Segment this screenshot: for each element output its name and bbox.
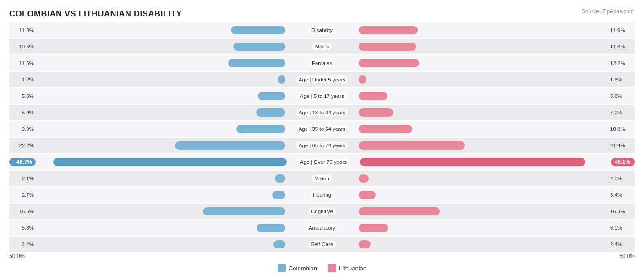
- axis-row: 50.0% 50.0%: [9, 253, 635, 261]
- legend-item-colombian: Colombian: [278, 264, 317, 272]
- bar-label: Disability: [309, 27, 335, 34]
- colombian-label: Colombian: [289, 265, 317, 272]
- right-value: 2.4%: [607, 242, 635, 247]
- right-bar: [359, 26, 418, 34]
- center-label-wrap: Ambulatory: [285, 224, 359, 232]
- left-bar-wrap: [37, 55, 285, 71]
- right-bar-wrap: [359, 220, 607, 236]
- center-label-wrap: Vision: [285, 175, 359, 182]
- right-value: 10.8%: [607, 126, 635, 132]
- center-label-wrap: Cognitive: [285, 208, 359, 215]
- center-label-wrap: Age | 18 to 34 years: [285, 109, 359, 116]
- left-value: 5.9%: [9, 110, 37, 115]
- legend-item-lithuanian: Lithuanian: [328, 264, 366, 272]
- bar-label: Ambulatory: [306, 224, 338, 232]
- right-value: 5.8%: [607, 93, 635, 99]
- left-bar: [273, 240, 285, 248]
- left-bar: [275, 174, 285, 183]
- right-value: 7.0%: [607, 110, 635, 115]
- left-bar: [278, 75, 285, 84]
- right-bar-wrap: [359, 55, 607, 71]
- left-value: 16.6%: [9, 209, 37, 214]
- bar-label: Hearing: [310, 191, 334, 199]
- bar-label: Age | Over 75 years: [297, 158, 349, 166]
- bar-label: Vision: [312, 175, 332, 182]
- left-value: 22.2%: [9, 143, 37, 148]
- left-bar-wrap: [37, 88, 285, 104]
- left-value: 11.5%: [9, 60, 37, 66]
- right-bar-wrap: [359, 105, 607, 120]
- left-value: 2.4%: [9, 242, 37, 247]
- right-bar: [360, 158, 585, 166]
- right-value: 45.1%: [611, 158, 635, 166]
- left-bar: [236, 125, 286, 133]
- right-value: 11.6%: [607, 44, 635, 49]
- center-label-wrap: Hearing: [285, 191, 359, 199]
- right-bar-wrap: [359, 171, 607, 186]
- bar-row: 11.5% Females 12.2%: [9, 55, 635, 71]
- axis-right: 50.0%: [619, 253, 635, 259]
- bar-row: 16.6% Cognitive 16.3%: [9, 204, 635, 219]
- center-label-wrap: Age | Over 75 years: [287, 158, 360, 166]
- right-bar: [359, 43, 416, 51]
- right-value: 1.6%: [607, 77, 635, 82]
- right-bar: [359, 207, 440, 215]
- right-bar-wrap: [359, 237, 607, 252]
- left-value: 2.1%: [9, 176, 37, 181]
- right-value: 16.3%: [607, 209, 635, 214]
- bar-row: 2.7% Hearing 3.4%: [9, 187, 635, 203]
- center-label-wrap: Disability: [285, 27, 359, 34]
- left-bar-wrap: [37, 121, 285, 137]
- bar-label: Age | 18 to 34 years: [296, 109, 349, 116]
- axis-left: 50.0%: [9, 253, 25, 259]
- left-bar-wrap: [37, 171, 285, 186]
- left-bar-wrap: [37, 237, 285, 252]
- left-bar: [175, 141, 285, 150]
- bar-row: 46.7% Age | Over 75 years 45.1%: [9, 154, 635, 170]
- left-value: 11.0%: [9, 27, 37, 33]
- right-bar-wrap: [359, 39, 607, 54]
- bar-row: 22.2% Age | 65 to 74 years 21.4%: [9, 138, 635, 153]
- bar-row: 2.4% Self-Care 2.4%: [9, 237, 635, 252]
- left-bar: [258, 92, 285, 100]
- center-label-wrap: Age | 35 to 64 years: [285, 125, 359, 133]
- left-bar-wrap: [37, 72, 285, 87]
- bar-row: 1.2% Age | Under 5 years 1.6%: [9, 72, 635, 87]
- bar-row: 9.9% Age | 35 to 64 years 10.8%: [9, 121, 635, 137]
- right-value: 3.4%: [607, 192, 635, 198]
- bar-label: Age | Under 5 years: [296, 76, 348, 83]
- right-bar: [359, 141, 465, 150]
- left-bar-wrap: [37, 138, 285, 153]
- left-value: 1.2%: [9, 77, 37, 82]
- left-value: 2.7%: [9, 192, 37, 198]
- right-bar: [359, 108, 393, 117]
- left-value: 10.5%: [9, 44, 37, 49]
- legend: Colombian Lithuanian: [9, 264, 635, 272]
- right-bar: [359, 174, 369, 183]
- right-bar: [359, 240, 371, 248]
- right-value: 2.0%: [607, 176, 635, 181]
- left-bar: [231, 26, 285, 34]
- bars-area: 11.0% Disability 11.9% 10.5% Males 11.6%: [9, 22, 635, 252]
- chart-title: COLOMBIAN VS LITHUANIAN DISABILITY: [9, 9, 635, 19]
- right-bar: [359, 59, 419, 67]
- lithuanian-swatch: [328, 264, 336, 272]
- bar-label: Self-Care: [308, 241, 336, 248]
- right-value: 11.9%: [607, 27, 635, 33]
- right-bar-wrap: [359, 138, 607, 153]
- left-bar: [53, 158, 287, 166]
- bar-row: 5.9% Age | 18 to 34 years 7.0%: [9, 105, 635, 120]
- right-bar-wrap: [359, 72, 607, 87]
- center-label-wrap: Age | Under 5 years: [285, 76, 359, 83]
- source-label: Source: ZipAtlas.com: [582, 8, 634, 15]
- bar-label: Age | 35 to 64 years: [296, 125, 349, 133]
- center-label-wrap: Age | 5 to 17 years: [285, 92, 359, 100]
- right-bar: [359, 224, 388, 232]
- right-bar: [359, 92, 387, 100]
- left-value: 5.8%: [9, 225, 37, 231]
- left-bar-wrap: [37, 105, 285, 120]
- right-value: 6.0%: [607, 225, 635, 231]
- bar-row: 10.5% Males 11.6%: [9, 39, 635, 54]
- bar-row: 2.1% Vision 2.0%: [9, 171, 635, 186]
- left-bar: [256, 108, 285, 117]
